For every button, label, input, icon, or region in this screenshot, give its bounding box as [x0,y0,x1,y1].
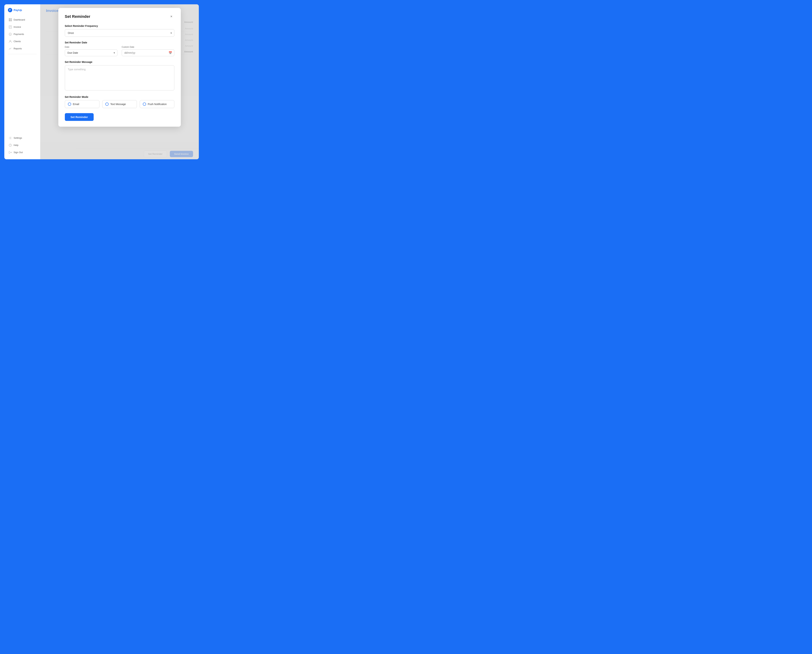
reports-icon [9,47,12,50]
sidebar-item-payments[interactable]: $ Payments [6,31,38,37]
close-icon: × [170,14,172,18]
sidebar-nav: Dashboard Invoice $ Payments [4,17,40,52]
modal-header: Set Reminder × [65,14,174,20]
date-field-label: Date [65,46,118,48]
clients-label: Clients [14,40,21,43]
svg-rect-3 [11,20,12,21]
message-section: Set Reminder Message [65,61,174,91]
signout-icon [9,151,12,154]
date-section: Set Reminder Date Date Due Date Custom ▾ [65,41,174,56]
mode-option-push-notification[interactable]: Push Notification [140,100,174,108]
help-icon: ? [9,144,12,147]
sidebar-item-reports[interactable]: Reports [6,46,38,52]
mode-options: Email Text Message Push Notification [65,100,174,108]
frequency-section-label: Select Reminder Frequency [65,24,174,28]
push-notification-label: Push Notification [148,103,167,105]
svg-rect-1 [11,18,12,20]
set-reminder-submit-label: Set Reminder [70,116,88,119]
reports-label: Reports [14,47,22,50]
frequency-select[interactable]: Once Daily Weekly Monthly [65,29,174,37]
reminder-message-textarea[interactable] [65,65,174,90]
modal-title: Set Reminder [65,14,90,19]
sidebar-bottom: Settings ? Help Sign Out [4,135,40,156]
modal-close-button[interactable]: × [169,14,174,20]
sidebar-item-help[interactable]: ? Help [6,142,38,148]
app-container: P PayUp Dashboard Invo [4,4,199,159]
help-label: Help [14,144,18,147]
sidebar-logo-text: PayUp [14,8,22,12]
custom-date-input-wrapper: 📅 [122,49,174,56]
payments-icon: $ [9,33,12,36]
date-row: Date Due Date Custom ▾ Custom Date [65,46,174,56]
svg-rect-2 [9,20,10,21]
push-notification-radio[interactable] [143,102,146,106]
date-col: Date Due Date Custom ▾ [65,46,118,56]
sidebar: P PayUp Dashboard Invo [4,4,40,159]
mode-option-email[interactable]: Email [65,100,99,108]
settings-icon [9,136,12,140]
custom-date-label: Custom Date [122,46,174,48]
payup-logo-icon: P [8,8,12,12]
text-message-radio[interactable] [105,102,108,106]
frequency-select-wrapper: Once Daily Weekly Monthly ▾ [65,29,174,37]
modal-overlay: Set Reminder × Select Reminder Frequency… [40,4,199,159]
mode-section: Set Reminder Mode Email Text Message [65,95,174,108]
svg-text:$: $ [10,34,11,35]
invoice-label: Invoice [14,26,21,28]
dashboard-icon [9,18,12,21]
date-select-wrapper: Due Date Custom ▾ [65,49,118,56]
message-section-label: Set Reminder Message [65,61,174,63]
email-radio[interactable] [68,102,71,106]
sidebar-item-clients[interactable]: Clients [6,38,38,45]
date-select[interactable]: Due Date Custom [65,49,118,56]
sidebar-item-invoice[interactable]: Invoice [6,24,38,30]
set-reminder-modal: Set Reminder × Select Reminder Frequency… [58,8,181,127]
svg-point-11 [10,138,11,138]
svg-text:?: ? [10,144,11,146]
settings-label: Settings [14,137,22,139]
signout-label: Sign Out [14,151,23,154]
date-section-label: Set Reminder Date [65,41,174,44]
sidebar-item-signout[interactable]: Sign Out [6,149,38,156]
sidebar-logo: P PayUp [4,8,40,17]
invoice-icon [9,25,12,29]
sidebar-divider [8,54,37,54]
mode-section-label: Set Reminder Mode [65,95,174,98]
clients-icon [9,40,12,43]
sidebar-item-dashboard[interactable]: Dashboard [6,17,38,23]
email-label: Email [73,103,79,105]
set-reminder-submit-button[interactable]: Set Reminder [65,113,94,121]
sidebar-item-settings[interactable]: Settings [6,135,38,141]
text-message-label: Text Message [110,103,126,105]
frequency-section: Select Reminder Frequency Once Daily Wee… [65,24,174,37]
payments-label: Payments [14,33,24,35]
svg-rect-0 [9,18,10,20]
custom-date-col: Custom Date 📅 [122,46,174,56]
mode-option-text-message[interactable]: Text Message [102,100,137,108]
custom-date-input[interactable] [122,49,174,56]
dashboard-label: Dashboard [14,18,25,21]
main-content: Invoice > Create Invoice Amount Amount A… [40,4,199,159]
